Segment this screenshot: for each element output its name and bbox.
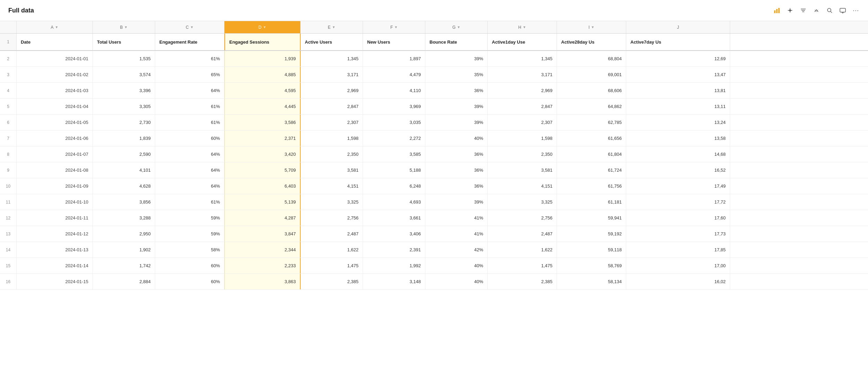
cell-eng-rate-9[interactable]: 64% xyxy=(155,162,224,178)
cell-eng-sessions-13[interactable]: 3,847 xyxy=(224,226,301,242)
cell-active7d-16[interactable]: 16,02 xyxy=(626,274,730,289)
cell-active-users-5[interactable]: 2,847 xyxy=(301,99,363,114)
cell-total-users-7[interactable]: 1,839 xyxy=(93,130,155,146)
cell-active28d-10[interactable]: 61,756 xyxy=(557,178,626,194)
cell-active-users-7[interactable]: 1,598 xyxy=(301,130,363,146)
cell-active28d-2[interactable]: 68,804 xyxy=(557,51,626,66)
cell-new-users-13[interactable]: 3,406 xyxy=(363,226,425,242)
cell-active28d-3[interactable]: 69,001 xyxy=(557,67,626,82)
cell-eng-sessions-16[interactable]: 3,863 xyxy=(224,274,301,289)
cell-active1d-10[interactable]: 4,151 xyxy=(488,178,557,194)
cell-new-users-15[interactable]: 1,992 xyxy=(363,258,425,273)
cell-total-users-8[interactable]: 2,590 xyxy=(93,146,155,162)
cell-total-users-2[interactable]: 1,535 xyxy=(93,51,155,66)
cell-total-users-9[interactable]: 4,101 xyxy=(93,162,155,178)
cell-date-4[interactable]: 2024-01-03 xyxy=(17,83,93,98)
cell-active1d-13[interactable]: 2,487 xyxy=(488,226,557,242)
cell-active-users-11[interactable]: 3,325 xyxy=(301,194,363,210)
col-header-E[interactable]: E ▼ xyxy=(301,21,363,33)
cell-active7d-6[interactable]: 13,24 xyxy=(626,115,730,130)
cell-new-users-4[interactable]: 4,110 xyxy=(363,83,425,98)
cell-active1d-5[interactable]: 2,847 xyxy=(488,99,557,114)
cell-bounce-rate-11[interactable]: 39% xyxy=(425,194,488,210)
cell-date-9[interactable]: 2024-01-08 xyxy=(17,162,93,178)
cell-new-users-10[interactable]: 6,248 xyxy=(363,178,425,194)
cell-eng-rate-3[interactable]: 65% xyxy=(155,67,224,82)
cell-eng-rate-2[interactable]: 61% xyxy=(155,51,224,66)
cell-bounce-rate-14[interactable]: 42% xyxy=(425,242,488,258)
cell-active-users-14[interactable]: 1,622 xyxy=(301,242,363,258)
cell-total-users-4[interactable]: 3,396 xyxy=(93,83,155,98)
cell-eng-rate-16[interactable]: 60% xyxy=(155,274,224,289)
cell-bounce-rate-2[interactable]: 39% xyxy=(425,51,488,66)
cell-eng-rate-10[interactable]: 64% xyxy=(155,178,224,194)
cell-active7d-4[interactable]: 13,81 xyxy=(626,83,730,98)
cell-eng-sessions-3[interactable]: 4,885 xyxy=(224,67,301,82)
cell-active7d-14[interactable]: 17,85 xyxy=(626,242,730,258)
cell-eng-sessions-4[interactable]: 4,595 xyxy=(224,83,301,98)
cell-active7d-8[interactable]: 14,68 xyxy=(626,146,730,162)
col-header-F[interactable]: F ▼ xyxy=(363,21,425,33)
cell-active28d-13[interactable]: 59,192 xyxy=(557,226,626,242)
cell-date-10[interactable]: 2024-01-09 xyxy=(17,178,93,194)
cell-eng-rate-8[interactable]: 64% xyxy=(155,146,224,162)
cell-active28d-8[interactable]: 61,804 xyxy=(557,146,626,162)
cell-total-users-6[interactable]: 2,730 xyxy=(93,115,155,130)
col-header-J[interactable]: J xyxy=(626,21,730,33)
cell-bounce-rate-13[interactable]: 41% xyxy=(425,226,488,242)
cell-active28d-11[interactable]: 61,181 xyxy=(557,194,626,210)
cell-active28d-16[interactable]: 58,134 xyxy=(557,274,626,289)
cell-bounce-rate-15[interactable]: 40% xyxy=(425,258,488,273)
cell-date-13[interactable]: 2024-01-12 xyxy=(17,226,93,242)
sparkle-icon[interactable] xyxy=(786,7,794,14)
cell-new-users-2[interactable]: 1,897 xyxy=(363,51,425,66)
cell-active-users-3[interactable]: 3,171 xyxy=(301,67,363,82)
cell-active7d-7[interactable]: 13,58 xyxy=(626,130,730,146)
cell-active-users-6[interactable]: 2,307 xyxy=(301,115,363,130)
more-options-icon[interactable]: ··· xyxy=(852,7,860,14)
cell-eng-rate-15[interactable]: 60% xyxy=(155,258,224,273)
cell-eng-sessions-8[interactable]: 3,420 xyxy=(224,146,301,162)
cell-active-users-16[interactable]: 2,385 xyxy=(301,274,363,289)
cell-date-2[interactable]: 2024-01-01 xyxy=(17,51,93,66)
cell-bounce-rate-7[interactable]: 40% xyxy=(425,130,488,146)
cell-total-users-16[interactable]: 2,884 xyxy=(93,274,155,289)
cell-bounce-rate-16[interactable]: 40% xyxy=(425,274,488,289)
cell-active1d-6[interactable]: 2,307 xyxy=(488,115,557,130)
cell-active-users-2[interactable]: 1,345 xyxy=(301,51,363,66)
cell-eng-rate-14[interactable]: 58% xyxy=(155,242,224,258)
col-header-C[interactable]: C ▼ xyxy=(155,21,224,33)
col-header-A[interactable]: A ▼ xyxy=(17,21,93,33)
cell-eng-sessions-12[interactable]: 4,287 xyxy=(224,210,301,226)
cell-eng-sessions-15[interactable]: 2,233 xyxy=(224,258,301,273)
cell-active1d-3[interactable]: 3,171 xyxy=(488,67,557,82)
cell-total-users-5[interactable]: 3,305 xyxy=(93,99,155,114)
cell-new-users-14[interactable]: 2,391 xyxy=(363,242,425,258)
cell-eng-rate-11[interactable]: 61% xyxy=(155,194,224,210)
cell-total-users-11[interactable]: 3,856 xyxy=(93,194,155,210)
col-header-B[interactable]: B ▼ xyxy=(93,21,155,33)
cell-active-users-13[interactable]: 2,487 xyxy=(301,226,363,242)
cell-active1d-16[interactable]: 2,385 xyxy=(488,274,557,289)
cell-active-users-4[interactable]: 2,969 xyxy=(301,83,363,98)
cell-date-11[interactable]: 2024-01-10 xyxy=(17,194,93,210)
cell-eng-rate-7[interactable]: 60% xyxy=(155,130,224,146)
cell-active7d-13[interactable]: 17,73 xyxy=(626,226,730,242)
cell-bounce-rate-5[interactable]: 39% xyxy=(425,99,488,114)
cell-bounce-rate-6[interactable]: 39% xyxy=(425,115,488,130)
cell-eng-rate-6[interactable]: 61% xyxy=(155,115,224,130)
cell-bounce-rate-10[interactable]: 36% xyxy=(425,178,488,194)
cell-date-8[interactable]: 2024-01-07 xyxy=(17,146,93,162)
cell-new-users-16[interactable]: 3,148 xyxy=(363,274,425,289)
cell-active1d-15[interactable]: 1,475 xyxy=(488,258,557,273)
cell-active7d-10[interactable]: 17,49 xyxy=(626,178,730,194)
cell-bounce-rate-9[interactable]: 36% xyxy=(425,162,488,178)
cell-eng-sessions-14[interactable]: 2,344 xyxy=(224,242,301,258)
cell-eng-sessions-7[interactable]: 2,371 xyxy=(224,130,301,146)
cell-total-users-12[interactable]: 3,288 xyxy=(93,210,155,226)
col-header-G[interactable]: G ▼ xyxy=(425,21,488,33)
cell-active28d-14[interactable]: 59,118 xyxy=(557,242,626,258)
cell-new-users-9[interactable]: 5,188 xyxy=(363,162,425,178)
cell-active7d-12[interactable]: 17,60 xyxy=(626,210,730,226)
cell-new-users-6[interactable]: 3,035 xyxy=(363,115,425,130)
